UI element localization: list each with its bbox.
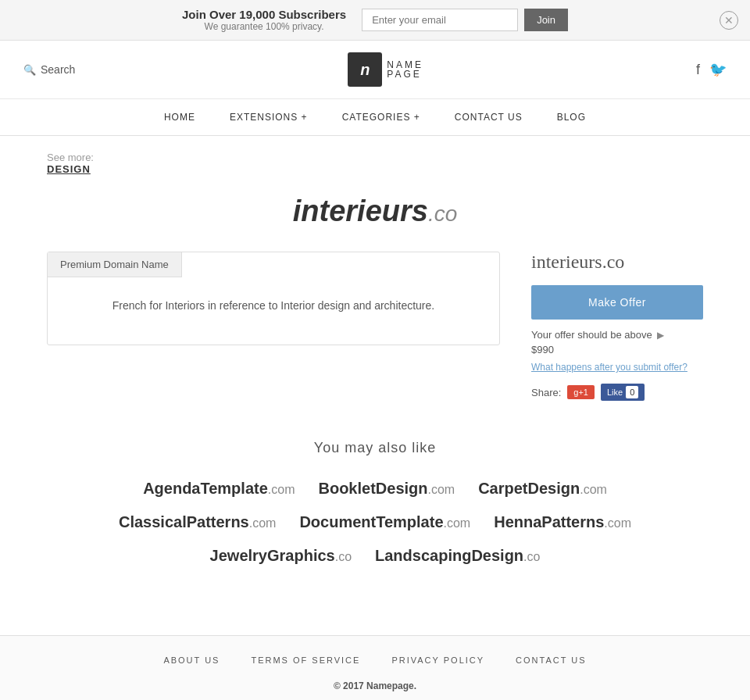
nav-blog[interactable]: BLOG: [540, 99, 603, 135]
domain-action-panel: interieurs.co Make Offer Your offer shou…: [531, 252, 703, 401]
search-icon: 🔍: [23, 64, 36, 76]
suggestions-grid-2: ClassicalPatterns.com DocumentTemplate.c…: [47, 513, 703, 531]
suggestion-ext: .co: [523, 550, 540, 563]
search-area[interactable]: 🔍 Search: [23, 63, 75, 76]
suggestion-item[interactable]: LandscapingDesign.co: [375, 547, 540, 565]
google-plus-button[interactable]: g+1: [567, 385, 595, 399]
suggestion-bold: JewelryGraphics: [210, 547, 335, 564]
domain-info-panel: Premium Domain Name French for Interiors…: [47, 252, 500, 345]
main-content: interieurs.co Premium Domain Name French…: [0, 179, 750, 612]
banner-form: Join: [362, 9, 568, 31]
nav-home[interactable]: HOME: [147, 99, 212, 135]
logo-text: name PAGE: [387, 60, 423, 79]
offer-link[interactable]: What happens after you submit offer?: [531, 362, 703, 373]
suggestion-item[interactable]: AgendaTemplate.com: [143, 480, 295, 498]
suggestion-bold: AgendaTemplate: [143, 480, 268, 497]
facebook-icon[interactable]: f: [696, 62, 700, 78]
suggestion-bold: ClassicalPatterns: [119, 513, 249, 530]
nav-extensions[interactable]: EXTENSIONS +: [212, 99, 325, 135]
join-button[interactable]: Join: [524, 9, 568, 31]
footer-copyright: © 2017 Namepage.: [16, 680, 734, 691]
domain-content-area: Premium Domain Name French for Interiors…: [47, 252, 703, 401]
domain-title: interieurs.co: [47, 195, 703, 228]
offer-hint: Your offer should be above ▶: [531, 329, 703, 341]
nav-contact[interactable]: CONTACT US: [438, 99, 540, 135]
top-banner: Join Over 19,000 Subscribers We guarante…: [0, 0, 750, 41]
suggestion-item[interactable]: JewelryGraphics.co: [210, 547, 352, 565]
suggestion-ext: .com: [444, 516, 471, 530]
offer-price: $990: [531, 344, 703, 355]
offer-hint-text: Your offer should be above: [531, 329, 652, 341]
copyright-brand: Namepage.: [366, 680, 416, 691]
suggestions-title: You may also like: [47, 440, 703, 456]
suggestions-grid-3: JewelryGraphics.co LandscapingDesign.co: [47, 547, 703, 565]
footer-about[interactable]: ABOUT US: [163, 655, 220, 665]
suggestion-ext: .com: [249, 516, 277, 530]
suggestion-item[interactable]: DocumentTemplate.com: [299, 513, 470, 531]
suggestion-ext: .com: [604, 516, 631, 530]
suggestion-ext: .co: [335, 550, 352, 563]
facebook-like-button[interactable]: Like 0: [601, 384, 645, 401]
suggestion-bold: HennaPatterns: [494, 513, 604, 530]
suggestion-item[interactable]: BookletDesign.com: [318, 480, 455, 498]
copyright-year: © 2017: [334, 680, 364, 691]
suggestion-ext: .com: [580, 483, 607, 496]
site-header: 🔍 Search n name PAGE f 🐦: [0, 41, 750, 99]
footer-privacy[interactable]: PRIVACY POLICY: [391, 655, 484, 665]
banner-title: Join Over 19,000 Subscribers: [182, 8, 346, 21]
domain-name-display: interieurs.co: [531, 252, 703, 273]
suggestion-bold: CarpetDesign: [478, 480, 580, 497]
footer-nav: ABOUT US TERMS OF SERVICE PRIVACY POLICY…: [16, 655, 734, 665]
close-banner-button[interactable]: ✕: [720, 11, 738, 30]
suggestion-bold: BookletDesign: [318, 480, 427, 497]
banner-text: Join Over 19,000 Subscribers We guarante…: [182, 8, 346, 32]
logo-page: PAGE: [387, 70, 423, 79]
share-row: Share: g+1 Like 0: [531, 384, 703, 401]
suggestion-item[interactable]: HennaPatterns.com: [494, 513, 631, 531]
offer-arrow-icon: ▶: [657, 330, 664, 341]
breadcrumb-link[interactable]: DESIGN: [47, 163, 91, 175]
breadcrumb-see-more: See more:: [47, 152, 94, 163]
social-icons: f 🐦: [696, 61, 727, 78]
suggestion-bold: DocumentTemplate: [299, 513, 443, 530]
nav-categories[interactable]: CATEGORIES +: [325, 99, 438, 135]
domain-name-bold: interieurs: [293, 195, 428, 227]
logo-icon: n: [348, 52, 382, 87]
domain-ext: .co: [428, 202, 457, 226]
suggestion-bold: LandscapingDesign: [375, 547, 523, 564]
footer-contact[interactable]: CONTACT US: [516, 655, 587, 665]
fb-like-label: Like: [607, 388, 623, 397]
suggestion-item[interactable]: CarpetDesign.com: [478, 480, 607, 498]
suggestions-section: You may also like AgendaTemplate.com Boo…: [47, 440, 703, 565]
make-offer-button[interactable]: Make Offer: [531, 285, 703, 320]
twitter-icon[interactable]: 🐦: [709, 61, 727, 78]
banner-subtitle: We guarantee 100% privacy.: [182, 21, 346, 32]
footer-terms[interactable]: TERMS OF SERVICE: [251, 655, 360, 665]
panel-tab: Premium Domain Name: [48, 252, 182, 277]
suggestion-item[interactable]: ClassicalPatterns.com: [119, 513, 276, 531]
site-logo[interactable]: n name PAGE: [348, 52, 423, 87]
fb-count: 0: [626, 386, 638, 398]
suggestion-ext: .com: [268, 483, 295, 496]
share-label: Share:: [531, 387, 561, 398]
suggestions-grid: AgendaTemplate.com BookletDesign.com Car…: [47, 480, 703, 498]
email-input[interactable]: [362, 9, 518, 31]
panel-body: French for Interiors in reference to Int…: [48, 277, 499, 334]
main-nav: HOME EXTENSIONS + CATEGORIES + CONTACT U…: [0, 99, 750, 136]
breadcrumb: See more: DESIGN: [0, 136, 750, 179]
suggestion-ext: .com: [428, 483, 455, 496]
search-label: Search: [41, 63, 75, 76]
site-footer: ABOUT US TERMS OF SERVICE PRIVACY POLICY…: [0, 635, 750, 700]
